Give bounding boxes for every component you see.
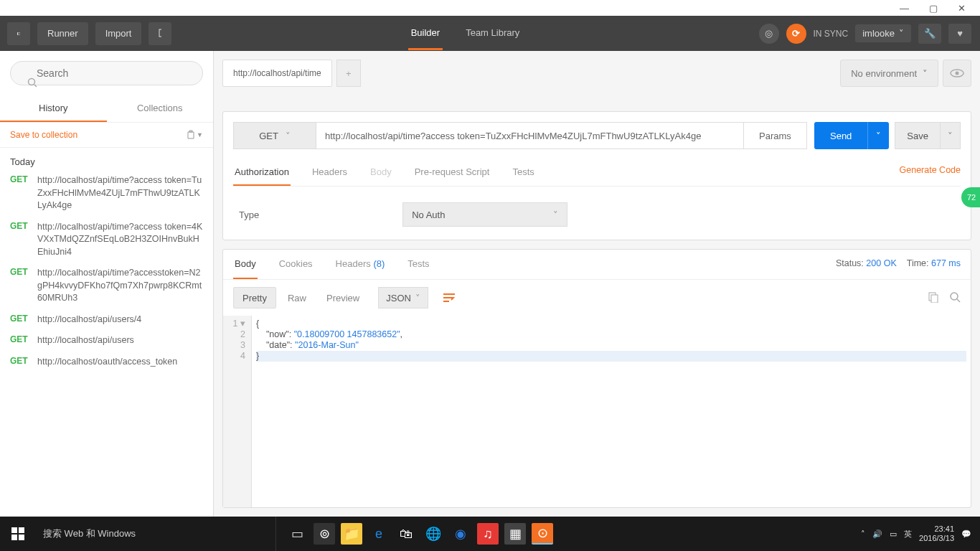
app-toolbar: Runner Import + Builder Team Library ◎ ⟳… — [0, 16, 980, 51]
method-dropdown[interactable]: GET ˅ — [233, 122, 316, 149]
format-dropdown[interactable]: JSON ˅ — [378, 287, 428, 309]
svg-line-5 — [34, 85, 37, 87]
taskbar-app-1[interactable]: ⊚ — [314, 523, 335, 545]
history-group-today: Today — [10, 156, 203, 167]
interceptor-icon[interactable]: ◎ — [759, 24, 779, 44]
svg-rect-1 — [17, 32, 18, 35]
history-item[interactable]: GEThttp://localhost/api/time?access toke… — [10, 221, 203, 259]
params-button[interactable]: Params — [744, 122, 807, 149]
req-tab-body[interactable]: Body — [369, 161, 393, 186]
svg-point-4 — [29, 79, 35, 85]
view-raw[interactable]: Raw — [279, 287, 315, 309]
tray-volume-icon[interactable]: 🔊 — [872, 529, 882, 539]
history-method: GET — [10, 174, 30, 212]
view-pretty[interactable]: Pretty — [233, 287, 276, 309]
status-label: Status: — [836, 258, 864, 268]
taskbar-sublime[interactable]: ▦ — [504, 523, 526, 545]
toggle-sidebar-icon[interactable] — [7, 22, 30, 45]
copy-icon[interactable] — [928, 291, 939, 305]
wrap-lines-icon[interactable] — [437, 287, 461, 309]
heart-icon[interactable]: ♥ — [948, 24, 971, 44]
chevron-down-icon: ˅ — [553, 209, 558, 220]
history-item[interactable]: GEThttp://localhost/oauth/access_token — [10, 356, 203, 369]
minimize-button[interactable]: — — [900, 3, 909, 14]
score-badge[interactable]: 72 — [961, 187, 980, 207]
auth-type-dropdown[interactable]: No Auth ˅ — [402, 202, 567, 227]
history-item[interactable]: GEThttp://localhost/api/users/4 — [10, 314, 203, 326]
taskbar-postman[interactable]: ⊙ — [532, 523, 553, 545]
search-response-icon[interactable] — [949, 291, 961, 305]
tab-builder[interactable]: Builder — [408, 17, 443, 50]
history-method: GET — [10, 334, 30, 347]
resp-tab-body[interactable]: Body — [233, 250, 258, 279]
tray-notifications-icon[interactable]: 💬 — [961, 529, 971, 539]
history-item[interactable]: GEThttp://localhost/api/time?access toke… — [10, 174, 203, 212]
request-tab[interactable]: http://localhost/api/time — [222, 60, 332, 87]
taskbar-store[interactable]: 🛍 — [395, 523, 417, 545]
resp-tab-headers[interactable]: Headers (8) — [334, 250, 387, 279]
environment-dropdown[interactable]: No environment ˅ — [840, 60, 938, 87]
svg-line-11 — [957, 299, 960, 302]
save-dropdown[interactable]: ˅ — [941, 122, 961, 149]
req-tab-tests[interactable]: Tests — [511, 161, 535, 186]
close-button[interactable]: ✕ — [958, 3, 966, 14]
window-controls: — ▢ ✕ — [0, 0, 980, 16]
generate-code-link[interactable]: Generate Code — [900, 165, 961, 175]
new-tab-button[interactable]: + — [336, 60, 361, 87]
settings-icon[interactable]: 🔧 — [918, 24, 941, 44]
chevron-down-icon: ˅ — [286, 131, 291, 141]
send-dropdown[interactable]: ˅ — [867, 122, 889, 149]
svg-rect-15 — [19, 534, 24, 540]
taskbar-search[interactable]: 搜索 Web 和 Windows — [36, 517, 276, 551]
chevron-down-icon: ˅ — [923, 68, 928, 79]
send-button[interactable]: Send — [814, 122, 867, 149]
tray-network-icon[interactable]: ▭ — [890, 529, 897, 539]
tray-time[interactable]: 23:41 — [919, 524, 954, 534]
sidebar-tab-collections[interactable]: Collections — [107, 95, 214, 122]
new-window-icon[interactable]: + — [149, 22, 171, 45]
sync-status-icon[interactable]: ⟳ — [786, 24, 806, 44]
trash-icon — [187, 130, 195, 140]
save-button[interactable]: Save — [895, 122, 941, 149]
import-button[interactable]: Import — [95, 22, 142, 45]
req-tab-headers[interactable]: Headers — [311, 161, 349, 186]
search-input[interactable] — [10, 61, 203, 85]
env-quicklook-icon[interactable] — [943, 60, 971, 87]
task-view-icon[interactable]: ▭ — [286, 523, 308, 545]
sidebar: History Collections Save to collection ▼… — [0, 51, 214, 517]
user-menu[interactable]: imlooke ˅ — [855, 24, 911, 42]
taskbar-app-2[interactable]: ◉ — [450, 523, 471, 545]
time-value: 677 ms — [931, 258, 961, 268]
taskbar-edge[interactable]: e — [368, 523, 390, 545]
response-panel: Body Cookies Headers (8) Tests Status: 2… — [222, 249, 971, 508]
resp-tab-tests[interactable]: Tests — [406, 250, 430, 279]
req-tab-prerequest[interactable]: Pre-request Script — [413, 161, 491, 186]
history-item[interactable]: GEThttp://localhost/api/users — [10, 334, 203, 347]
taskbar: 搜索 Web 和 Windows ▭ ⊚ 📁 e 🛍 🌐 ◉ ♫ ▦ ⊙ ˄ 🔊… — [0, 517, 980, 551]
sync-status-label: IN SYNC — [814, 29, 849, 39]
save-to-collection-link[interactable]: Save to collection — [10, 130, 77, 140]
history-method: GET — [10, 356, 30, 369]
maximize-button[interactable]: ▢ — [929, 3, 938, 14]
history-method: GET — [10, 267, 30, 305]
method-label: GET — [259, 131, 278, 141]
clear-history-button[interactable]: ▼ — [187, 130, 203, 140]
history-item[interactable]: GEThttp://localhost/api/time?accesstoken… — [10, 267, 203, 305]
resp-tab-cookies[interactable]: Cookies — [278, 250, 314, 279]
tray-ime-icon[interactable]: 英 — [904, 529, 912, 540]
req-tab-authorization[interactable]: Authorization — [233, 161, 291, 186]
url-input[interactable] — [316, 122, 744, 149]
taskbar-chrome[interactable]: 🌐 — [423, 523, 444, 545]
view-preview[interactable]: Preview — [318, 287, 368, 309]
taskbar-app-3[interactable]: ♫ — [477, 523, 499, 545]
svg-rect-9 — [931, 295, 938, 303]
tab-team-library[interactable]: Team Library — [463, 17, 522, 50]
taskbar-explorer[interactable]: 📁 — [341, 523, 362, 545]
runner-button[interactable]: Runner — [37, 22, 88, 45]
search-icon — [27, 77, 37, 88]
tray-date[interactable]: 2016/3/13 — [919, 534, 954, 543]
start-button[interactable] — [0, 517, 36, 551]
sidebar-tab-history[interactable]: History — [0, 95, 107, 122]
tray-chevron-icon[interactable]: ˄ — [861, 529, 865, 539]
response-body[interactable]: 1 ▾234 { "now": "0.18009700 1457883652",… — [223, 316, 971, 507]
